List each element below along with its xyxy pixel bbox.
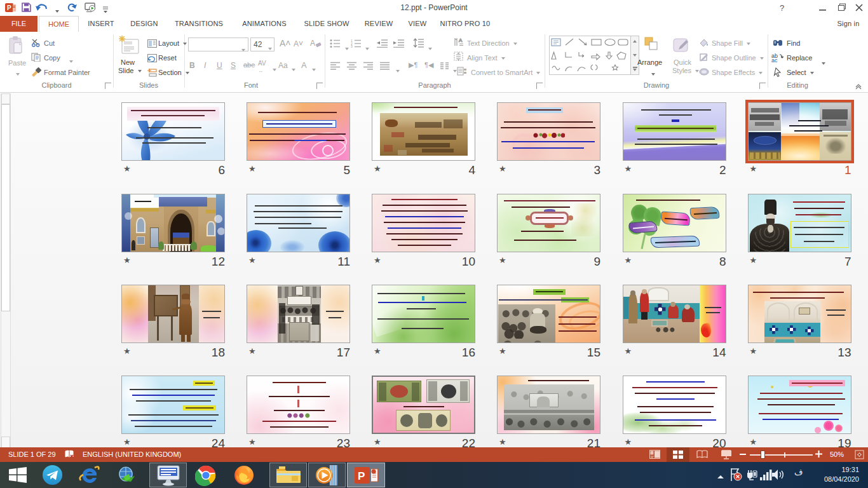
svg-text:P: P: [358, 470, 365, 482]
svg-text:P: P: [7, 4, 11, 11]
svg-text:ac: ac: [771, 57, 778, 62]
svg-text:A: A: [310, 39, 315, 48]
svg-text:3: 3: [351, 44, 353, 48]
svg-text:A: A: [459, 37, 463, 43]
